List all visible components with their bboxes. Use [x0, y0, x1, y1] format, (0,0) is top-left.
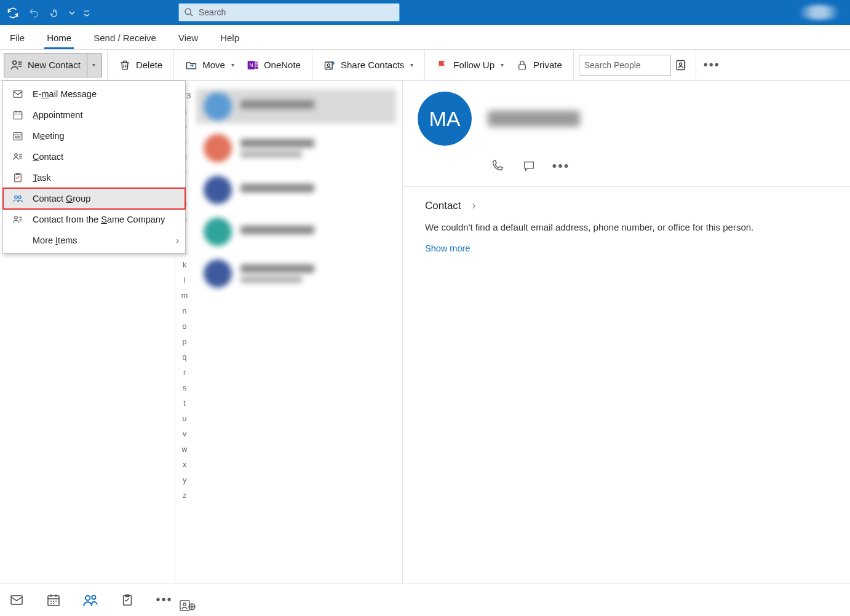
- alpha-index-letter[interactable]: n: [183, 307, 187, 315]
- menu-contact-same-company[interactable]: Contact from the Same Company: [3, 209, 185, 230]
- search-people-input[interactable]: [579, 55, 671, 76]
- address-book-button[interactable]: [671, 53, 691, 77]
- undo-icon[interactable]: [26, 5, 42, 21]
- contact-row[interactable]: [196, 215, 396, 249]
- new-contact-button[interactable]: New Contact ▾: [4, 53, 102, 77]
- alpha-index-letter[interactable]: r: [183, 368, 186, 377]
- menu-meeting[interactable]: Meeting: [3, 125, 185, 146]
- alpha-index-letter[interactable]: u: [183, 414, 187, 423]
- onenote-button[interactable]: N OneNote: [240, 53, 307, 77]
- chevron-down-icon: ▾: [501, 61, 504, 68]
- menu-contact-group[interactable]: Contact Group: [3, 188, 185, 209]
- svg-point-20: [18, 196, 22, 199]
- new-contact-label: New Contact: [28, 60, 81, 70]
- delete-button[interactable]: Delete: [113, 53, 169, 77]
- share-contacts-icon: [324, 59, 336, 71]
- private-label: Private: [533, 60, 562, 70]
- svg-point-11: [679, 63, 681, 65]
- chevron-down-icon: ▾: [410, 61, 413, 68]
- new-contact-dropdown: E-mail Message Appointment Meeting Conta…: [2, 81, 186, 254]
- status-tray-icon[interactable]: [180, 599, 196, 612]
- private-button[interactable]: Private: [510, 53, 568, 77]
- menu-contact[interactable]: Contact: [3, 146, 185, 167]
- chevron-right-icon: ›: [176, 235, 179, 245]
- touch-mode-icon[interactable]: [47, 5, 63, 21]
- chevron-down-icon[interactable]: ▾: [87, 53, 95, 77]
- contact-row[interactable]: [196, 173, 396, 207]
- ribbon: New Contact ▾ Delete Move ▾ N OneNote: [0, 50, 850, 81]
- chat-button[interactable]: [521, 158, 537, 174]
- navigation-pane: E-mail Message Appointment Meeting Conta…: [0, 81, 175, 583]
- svg-rect-7: [325, 62, 332, 69]
- contact-row[interactable]: [196, 89, 396, 124]
- chevron-down-icon[interactable]: [68, 5, 76, 21]
- svg-point-1: [13, 60, 17, 64]
- nav-mail-icon[interactable]: [9, 592, 25, 608]
- menu-more-items[interactable]: More Items ›: [3, 230, 185, 251]
- bottom-navigation: •••: [0, 583, 850, 616]
- follow-up-button[interactable]: Follow Up ▾: [430, 53, 510, 77]
- alpha-index-letter[interactable]: m: [181, 291, 188, 300]
- menu-task[interactable]: Task: [3, 167, 185, 188]
- alpha-index-letter[interactable]: x: [183, 460, 186, 469]
- avatar: [204, 176, 232, 204]
- nav-calendar-icon[interactable]: [46, 592, 62, 608]
- tab-file[interactable]: File: [7, 28, 27, 49]
- search-input[interactable]: [199, 7, 394, 17]
- alpha-index-letter[interactable]: z: [183, 491, 186, 500]
- svg-text:N: N: [249, 62, 253, 68]
- nav-tasks-icon[interactable]: [119, 592, 135, 608]
- calendar-icon: [12, 109, 24, 121]
- svg-point-25: [92, 595, 95, 599]
- sync-icon[interactable]: [5, 5, 21, 21]
- contact-section-header[interactable]: Contact ›: [425, 199, 850, 212]
- menu-appointment[interactable]: Appointment: [3, 105, 185, 125]
- svg-rect-9: [519, 65, 526, 69]
- share-contacts-button[interactable]: Share Contacts ▾: [317, 53, 419, 77]
- call-button[interactable]: [489, 158, 505, 174]
- nav-people-icon[interactable]: [82, 592, 98, 608]
- contact-detail-pane: MA ••• Contact › We couldn't find a defa…: [403, 81, 850, 583]
- alpha-index-letter[interactable]: y: [183, 476, 186, 484]
- alpha-index-letter[interactable]: p: [183, 338, 187, 346]
- tab-view[interactable]: View: [176, 28, 201, 49]
- ribbon-overflow-button[interactable]: •••: [696, 58, 728, 72]
- svg-point-17: [15, 154, 18, 157]
- alpha-index-letter[interactable]: o: [183, 322, 187, 331]
- svg-rect-22: [11, 596, 22, 604]
- alpha-index-letter[interactable]: q: [183, 353, 187, 361]
- account-avatar[interactable]: [798, 5, 841, 20]
- person-list-icon: [12, 213, 24, 226]
- tab-home[interactable]: Home: [44, 28, 74, 49]
- contact-row[interactable]: [196, 131, 396, 165]
- nav-more-icon[interactable]: •••: [156, 592, 172, 608]
- share-contacts-label: Share Contacts: [341, 60, 404, 70]
- alpha-index-letter[interactable]: l: [184, 276, 186, 285]
- svg-rect-5: [255, 64, 258, 66]
- person-list-icon: [10, 59, 23, 71]
- ribbon-tabs: File Home Send / Receive View Help: [0, 25, 850, 50]
- follow-up-label: Follow Up: [453, 60, 495, 70]
- avatar: [204, 134, 232, 162]
- svg-point-24: [85, 595, 90, 600]
- alpha-index-letter[interactable]: s: [183, 384, 186, 392]
- search-box[interactable]: [178, 3, 400, 22]
- svg-point-21: [15, 216, 18, 219]
- tab-send-receive[interactable]: Send / Receive: [91, 28, 159, 49]
- tab-help[interactable]: Help: [218, 28, 242, 49]
- contact-avatar-large: MA: [418, 92, 472, 146]
- alpha-index-letter[interactable]: t: [183, 399, 185, 408]
- alpha-index-letter[interactable]: w: [181, 445, 187, 454]
- meeting-icon: [12, 130, 24, 142]
- menu-email-message[interactable]: E-mail Message: [3, 84, 185, 105]
- show-more-link[interactable]: Show more: [425, 243, 850, 253]
- more-actions-button[interactable]: •••: [553, 158, 569, 174]
- customize-qat-icon[interactable]: [81, 5, 92, 21]
- move-button[interactable]: Move ▾: [179, 53, 240, 77]
- title-bar: [0, 0, 850, 25]
- svg-point-16: [18, 136, 20, 138]
- svg-point-19: [15, 196, 18, 199]
- alpha-index-letter[interactable]: k: [183, 261, 186, 269]
- alpha-index-letter[interactable]: v: [183, 430, 186, 438]
- contact-row[interactable]: [196, 256, 396, 291]
